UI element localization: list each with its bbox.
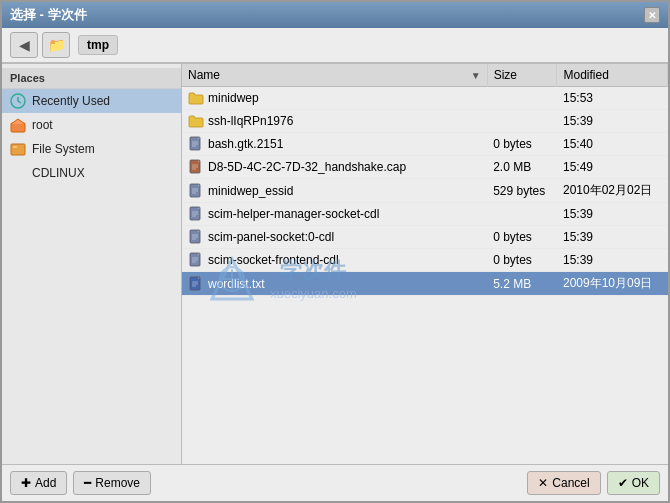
minus-icon: ━ (84, 476, 91, 490)
sort-icon: ▼ (471, 70, 481, 81)
cdlinux-icon (10, 165, 26, 181)
file-name-cell: minidwep (182, 87, 487, 110)
svg-rect-1 (11, 123, 25, 132)
file-size-cell: 529 bytes (487, 179, 557, 203)
table-row[interactable]: scim-helper-manager-socket-cdl15:39 (182, 203, 668, 226)
cancel-button[interactable]: ✕ Cancel (527, 471, 600, 495)
svg-rect-2 (11, 144, 25, 155)
file-size-cell (487, 110, 557, 133)
file-modified-cell: 15:53 (557, 87, 668, 110)
col-name[interactable]: Name ▼ (182, 64, 487, 87)
sidebar-section-label: Places (2, 68, 181, 89)
dialog-title: 选择 - 学次件 (10, 6, 87, 24)
sidebar-item-label: CDLINUX (32, 166, 85, 180)
file-icon (188, 206, 204, 222)
col-size[interactable]: Size (487, 64, 557, 87)
new-folder-button[interactable]: 📁 (42, 32, 70, 58)
file-list-scroll[interactable]: Name ▼ Size Modified minidwep15:53ssh-lI… (182, 64, 668, 464)
file-name-label: D8-5D-4C-2C-7D-32_handshake.cap (208, 160, 406, 174)
back-icon: ◀ (19, 37, 30, 53)
add-label: Add (35, 476, 56, 490)
sidebar-item-label: File System (32, 142, 95, 156)
file-name-label: scim-socket-frontend-cdl (208, 253, 339, 267)
file-name-cell: ssh-lIqRPn1976 (182, 110, 487, 133)
svg-rect-3 (13, 146, 17, 148)
table-header-row: Name ▼ Size Modified (182, 64, 668, 87)
table-row[interactable]: scim-panel-socket:0-cdl0 bytes15:39 (182, 226, 668, 249)
file-name-cell: minidwep_essid (182, 179, 487, 203)
file-name-cell: scim-helper-manager-socket-cdl (182, 203, 487, 226)
file-name-label: minidwep (208, 91, 259, 105)
file-modified-cell: 15:40 (557, 133, 668, 156)
file-icon (188, 276, 204, 292)
file-name-cell: bash.gtk.2151 (182, 133, 487, 156)
table-row[interactable]: wordlist.txt5.2 MB2009年10月09日 (182, 272, 668, 296)
ok-icon: ✔ (618, 476, 628, 490)
sidebar-item-cdlinux[interactable]: CDLINUX (2, 161, 181, 185)
file-size-cell: 0 bytes (487, 249, 557, 272)
toolbar: ◀ 📁 tmp (2, 28, 668, 63)
window-controls: ✕ (644, 7, 660, 23)
file-size-cell (487, 203, 557, 226)
sidebar: Places Recently Used root (2, 64, 182, 464)
title-bar: 选择 - 学次件 ✕ (2, 2, 668, 28)
cancel-icon: ✕ (538, 476, 548, 490)
sidebar-item-root[interactable]: root (2, 113, 181, 137)
file-name-label: wordlist.txt (208, 277, 265, 291)
file-size-cell (487, 87, 557, 110)
plus-icon: ✚ (21, 476, 31, 490)
table-row[interactable]: bash.gtk.21510 bytes15:40 (182, 133, 668, 156)
file-modified-cell: 15:39 (557, 249, 668, 272)
file-table: Name ▼ Size Modified minidwep15:53ssh-lI… (182, 64, 668, 296)
file-name-label: bash.gtk.2151 (208, 137, 283, 151)
back-button[interactable]: ◀ (10, 32, 38, 58)
ok-label: OK (632, 476, 649, 490)
file-size-cell: 0 bytes (487, 133, 557, 156)
file-modified-cell: 15:49 (557, 156, 668, 179)
recently-used-icon (10, 93, 26, 109)
ok-button[interactable]: ✔ OK (607, 471, 660, 495)
file-icon (188, 159, 204, 175)
file-name-label: scim-panel-socket:0-cdl (208, 230, 334, 244)
file-modified-cell: 2009年10月09日 (557, 272, 668, 296)
sidebar-item-label: root (32, 118, 53, 132)
file-size-cell: 0 bytes (487, 226, 557, 249)
file-size-cell: 2.0 MB (487, 156, 557, 179)
file-icon (188, 252, 204, 268)
filesystem-icon (10, 141, 26, 157)
file-icon (188, 229, 204, 245)
table-row[interactable]: minidwep15:53 (182, 87, 668, 110)
file-modified-cell: 2010年02月02日 (557, 179, 668, 203)
sidebar-item-filesystem[interactable]: File System (2, 137, 181, 161)
file-modified-cell: 15:39 (557, 203, 668, 226)
file-name-label: minidwep_essid (208, 184, 293, 198)
file-name-cell: wordlist.txt (182, 272, 487, 296)
table-row[interactable]: ssh-lIqRPn197615:39 (182, 110, 668, 133)
remove-button[interactable]: ━ Remove (73, 471, 151, 495)
sidebar-item-label: Recently Used (32, 94, 110, 108)
close-button[interactable]: ✕ (644, 7, 660, 23)
file-icon (188, 183, 204, 199)
file-modified-cell: 15:39 (557, 110, 668, 133)
file-pane: Name ▼ Size Modified minidwep15:53ssh-lI… (182, 64, 668, 464)
file-name-label: scim-helper-manager-socket-cdl (208, 207, 379, 221)
col-modified[interactable]: Modified (557, 64, 668, 87)
bottom-bar: ✚ Add ━ Remove ✕ Cancel ✔ OK (2, 464, 668, 501)
sidebar-item-recently-used[interactable]: Recently Used (2, 89, 181, 113)
location-chip[interactable]: tmp (78, 35, 118, 55)
location-bar: tmp (74, 33, 122, 57)
table-row[interactable]: minidwep_essid529 bytes2010年02月02日 (182, 179, 668, 203)
root-icon (10, 117, 26, 133)
folder-icon: 📁 (48, 37, 65, 53)
remove-label: Remove (95, 476, 140, 490)
file-name-label: ssh-lIqRPn1976 (208, 114, 293, 128)
bottom-right-actions: ✕ Cancel ✔ OK (527, 471, 660, 495)
file-modified-cell: 15:39 (557, 226, 668, 249)
table-row[interactable]: D8-5D-4C-2C-7D-32_handshake.cap2.0 MB15:… (182, 156, 668, 179)
table-row[interactable]: scim-socket-frontend-cdl0 bytes15:39 (182, 249, 668, 272)
cancel-label: Cancel (552, 476, 589, 490)
main-content: Places Recently Used root (2, 63, 668, 464)
file-name-cell: D8-5D-4C-2C-7D-32_handshake.cap (182, 156, 487, 179)
bottom-left-actions: ✚ Add ━ Remove (10, 471, 151, 495)
add-button[interactable]: ✚ Add (10, 471, 67, 495)
